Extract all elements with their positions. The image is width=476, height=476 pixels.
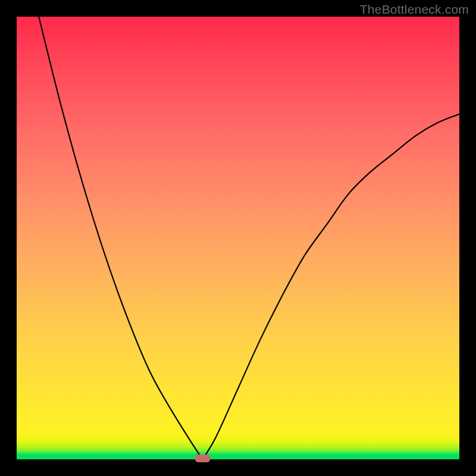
bottleneck-chart — [0, 0, 476, 476]
chart-frame: TheBottleneck.com — [0, 0, 476, 476]
watermark-text: TheBottleneck.com — [360, 2, 469, 17]
plot-background — [17, 17, 459, 459]
minimum-marker — [195, 455, 210, 462]
